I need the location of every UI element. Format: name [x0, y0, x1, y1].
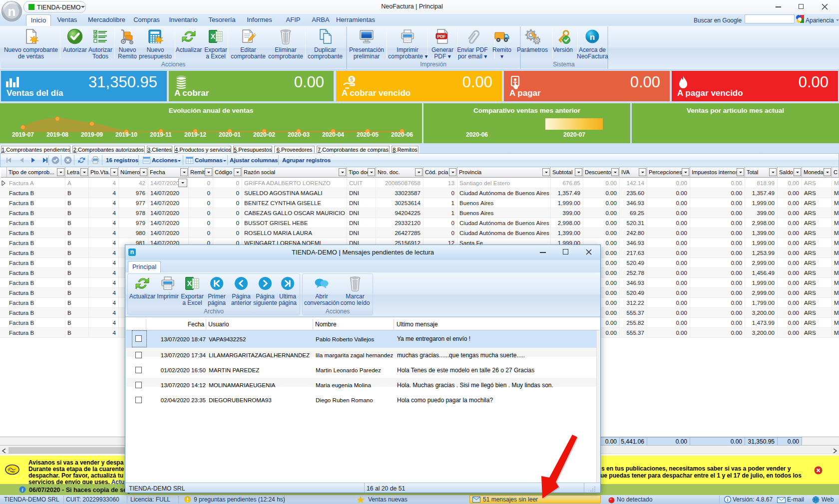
svg-text:PDF: PDF: [437, 34, 446, 39]
svg-text:X: X: [187, 279, 192, 287]
svg-text:X: X: [211, 32, 216, 40]
svg-text:n: n: [8, 4, 16, 19]
svg-text:n: n: [590, 32, 595, 42]
svg-text:i: i: [22, 487, 23, 493]
svg-text:i: i: [727, 497, 729, 503]
svg-text:$: $: [350, 76, 354, 82]
